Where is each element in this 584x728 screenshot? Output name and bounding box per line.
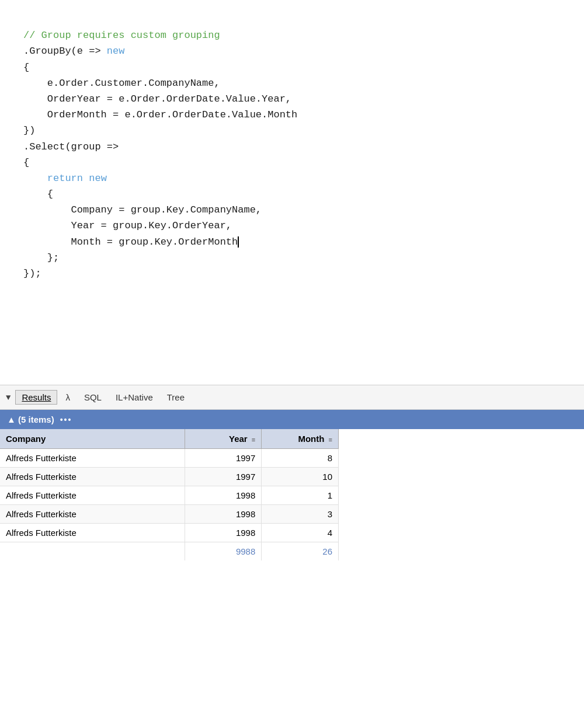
return-new-keyword: return new <box>47 173 107 184</box>
footer-year: 9988 <box>185 542 262 561</box>
sort-icon-month: ≡ <box>329 436 332 443</box>
cell-company-2: Alfreds Futterkiste <box>0 486 185 505</box>
column-year[interactable]: Year ≡ <box>185 429 262 449</box>
table-row: Alfreds Futterkiste 1998 1 <box>0 486 339 505</box>
close-brace-paren-1: }) <box>23 125 35 136</box>
table-row: Alfreds Futterkiste 1997 10 <box>0 468 339 486</box>
cell-year-3: 1998 <box>185 505 262 524</box>
new-keyword-1: new <box>107 46 125 57</box>
cell-month-1: 10 <box>262 468 339 486</box>
results-dots: ••• <box>60 415 72 424</box>
cell-company-3: Alfreds Futterkiste <box>0 505 185 524</box>
cell-month-0: 8 <box>262 449 339 468</box>
company-assign-line: Company = group.Key.CompanyName, <box>23 204 262 215</box>
company-name-line: e.Order.Customer.CompanyName, <box>23 78 220 89</box>
cell-year-2: 1998 <box>185 486 262 505</box>
order-year-line: OrderYear = e.Order.OrderDate.Value.Year… <box>23 93 291 105</box>
cell-company-0: Alfreds Futterkiste <box>0 449 185 468</box>
cell-month-3: 3 <box>262 505 339 524</box>
footer-month: 26 <box>262 542 339 561</box>
open-brace-3: { <box>23 189 53 200</box>
column-company[interactable]: Company <box>0 429 185 449</box>
cell-year-0: 1997 <box>185 449 262 468</box>
comment-line: // Group requires custom grouping <box>23 30 220 41</box>
sort-icon-year: ≡ <box>252 436 255 443</box>
results-tabs: ▼ Results λ SQL IL+Native Tree <box>0 385 584 410</box>
cell-company-1: Alfreds Futterkiste <box>0 468 185 486</box>
code-panel: // Group requires custom grouping .Group… <box>0 0 584 385</box>
table-row: Alfreds Futterkiste 1997 8 <box>0 449 339 468</box>
results-count: ▲ (5 items) <box>7 414 54 424</box>
cell-month-2: 1 <box>262 486 339 505</box>
results-header: ▲ (5 items) ••• <box>0 410 584 429</box>
tab-lambda[interactable]: λ <box>60 391 76 404</box>
open-brace-2: { <box>23 157 29 168</box>
column-month[interactable]: Month ≡ <box>262 429 339 449</box>
select-line: .Select(group => <box>23 141 119 152</box>
cell-month-4: 4 <box>262 524 339 542</box>
tab-il-native[interactable]: IL+Native <box>110 391 159 404</box>
collapse-arrow[interactable]: ▼ <box>6 393 11 402</box>
cell-year-1: 1997 <box>185 468 262 486</box>
results-panel: ▼ Results λ SQL IL+Native Tree ▲ (5 item… <box>0 385 584 560</box>
close-all: }); <box>23 268 41 279</box>
table-header-row: Company Year ≡ Month ≡ <box>0 429 339 449</box>
code-block: // Group requires custom grouping .Group… <box>23 12 584 297</box>
results-table-container: ▲ (5 items) ••• Company Year ≡ Month ≡ <box>0 410 584 560</box>
year-assign-line: Year = group.Key.OrderYear, <box>23 220 232 231</box>
table-row: Alfreds Futterkiste 1998 4 <box>0 524 339 542</box>
open-brace-1: { <box>23 62 29 73</box>
footer-company <box>0 542 185 561</box>
return-new-line: return new <box>23 173 107 184</box>
cell-year-4: 1998 <box>185 524 262 542</box>
tab-results[interactable]: Results <box>15 390 57 405</box>
cell-company-4: Alfreds Futterkiste <box>0 524 185 542</box>
semicolon-brace: }; <box>23 252 59 263</box>
text-cursor <box>238 236 239 248</box>
tab-tree[interactable]: Tree <box>161 391 190 404</box>
table-footer-row: 9988 26 <box>0 542 339 561</box>
groupby-line: .GroupBy(e => new <box>23 46 124 57</box>
table-row: Alfreds Futterkiste 1998 3 <box>0 505 339 524</box>
tab-sql[interactable]: SQL <box>78 391 107 404</box>
month-assign-line: Month = group.Key.OrderMonth <box>23 236 239 248</box>
data-table: Company Year ≡ Month ≡ Alfreds Futterkis… <box>0 429 339 560</box>
order-month-line: OrderMonth = e.Order.OrderDate.Value.Mon… <box>23 109 297 120</box>
